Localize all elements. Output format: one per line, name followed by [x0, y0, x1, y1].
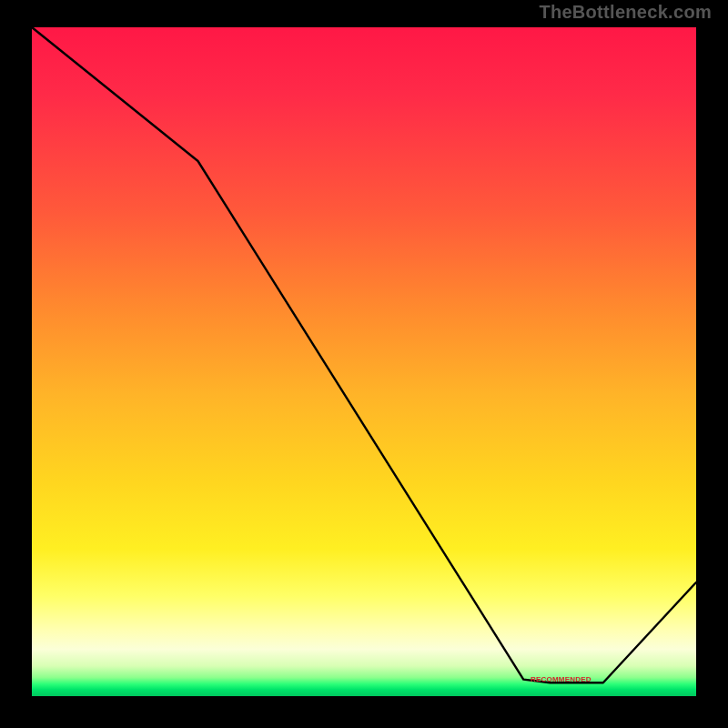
chart-frame: TheBottleneck.com RECOMMENDED: [0, 0, 728, 728]
recommended-label: RECOMMENDED: [531, 675, 592, 683]
bottleneck-curve: [32, 27, 696, 682]
curve-svg: [32, 27, 696, 696]
watermark-text: TheBottleneck.com: [539, 2, 712, 23]
plot-area: RECOMMENDED: [32, 27, 696, 696]
